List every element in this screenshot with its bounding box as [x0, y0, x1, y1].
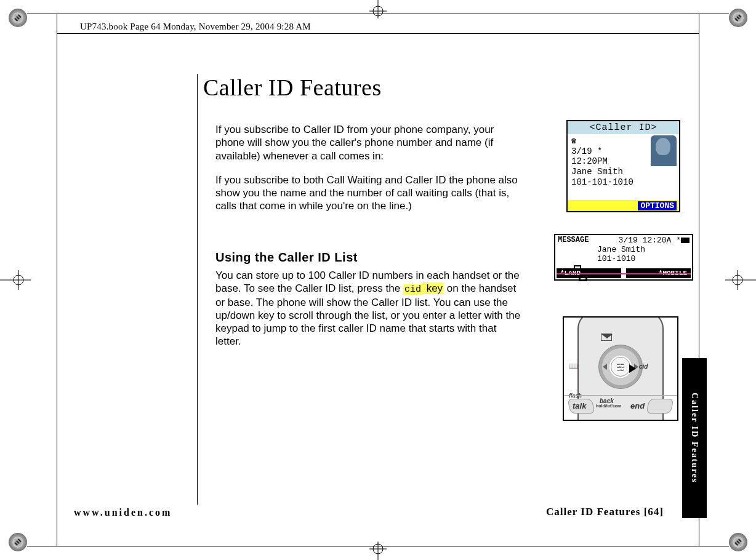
display-caller-number: 101-101-1010: [571, 177, 675, 188]
crop-mark-bottom-right: [729, 533, 747, 551]
crop-mark-right-edge: [725, 268, 756, 292]
key-divider: [564, 395, 677, 396]
cid-pointer-arrow-icon: [629, 364, 636, 373]
book-header-meta: UP743.book Page 64 Monday, November 29, …: [80, 22, 311, 32]
footer-page-label: Caller ID Features [64]: [546, 506, 664, 518]
crop-mark-bottom-left: [9, 533, 27, 551]
section-heading-using-list: Using the Caller ID List: [215, 250, 523, 265]
display-caller-name: Jane Smith: [571, 167, 675, 177]
caller-avatar-icon: [651, 135, 677, 166]
battery-icon: [681, 238, 690, 243]
crop-mark-top-center: [366, 0, 390, 18]
talk-key-label: talk: [573, 401, 586, 410]
flash-key-label: flash: [569, 393, 582, 399]
base-display-callwaiting: MESSAGE 3/19 12:20A * Jane Smith 101-101…: [554, 234, 693, 281]
frame-left-inner-line: [57, 14, 57, 546]
intro-paragraph-1: If you subscribe to Caller ID from your …: [215, 123, 523, 162]
frame-bottom-line: [27, 546, 729, 546]
crop-mark-top-right: [729, 9, 747, 27]
body-column: If you subscribe to Caller ID from your …: [215, 123, 523, 348]
display2-caller-name: Jane Smith: [597, 246, 690, 255]
nav-center-redial-label: redial: [617, 369, 624, 372]
hold-key-label: hold/int'com: [596, 404, 621, 408]
nav-center-button: menu select redial: [611, 357, 630, 377]
display-titlebar: <Caller ID>: [568, 121, 679, 134]
crop-mark-left-edge: [0, 268, 31, 292]
end-key-shape: [646, 399, 674, 414]
footer-section-name: Caller ID Features: [546, 506, 640, 518]
footer-page-number: [64]: [644, 506, 664, 518]
using-list-paragraph: You can store up to 100 Caller ID number…: [215, 269, 523, 348]
frame-header-rule: [57, 33, 699, 34]
nav-left-arrow-icon: [603, 364, 607, 370]
cid-key-label: cid: [639, 363, 648, 370]
content-left-rule: [197, 74, 198, 505]
end-key-label: end: [630, 401, 645, 410]
mail-icon: [601, 334, 612, 341]
frame-top-line: [27, 14, 729, 14]
handset-illustration: menu select redial 📖 cid flash talk back…: [563, 316, 678, 421]
display2-caller-number: 101-1010: [597, 255, 690, 264]
page-title: Caller ID Features: [203, 74, 665, 101]
display-softkey-bar: OPTIONS: [568, 200, 679, 211]
nav-ring: menu select redial: [598, 345, 643, 389]
display2-datetime: 3/19 12:20A *: [619, 236, 681, 245]
message-label: MESSAGE: [558, 236, 589, 246]
key-word-highlight: key: [422, 282, 444, 294]
crop-mark-top-left: [9, 9, 27, 27]
phonebook-icon: 📖: [569, 362, 578, 370]
footer-url: www.uniden.com: [74, 507, 172, 518]
intro-paragraph-2: If you subscribe to both Call Waiting an…: [215, 174, 523, 213]
handset-display-callerid: <Caller ID> ☎ 3/19 * 12:20PM Jane Smith …: [566, 120, 680, 212]
strike-annotation: [557, 273, 691, 274]
crop-mark-bottom-center: [366, 542, 390, 560]
cid-key-highlight: cid: [403, 284, 422, 295]
side-tab-label: Caller ID Features: [682, 358, 707, 518]
display-options-softkey: OPTIONS: [638, 201, 677, 210]
